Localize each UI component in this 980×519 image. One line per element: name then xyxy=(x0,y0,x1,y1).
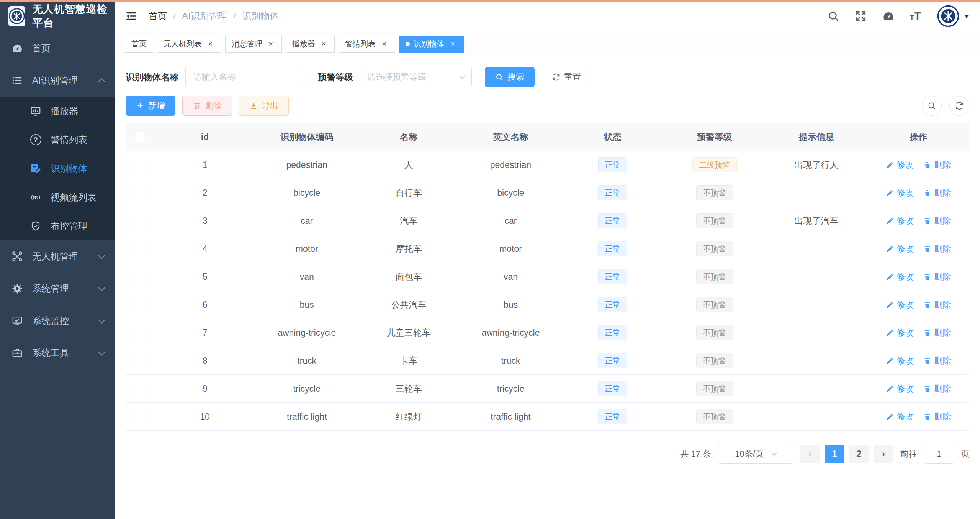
prev-page-button[interactable]: ‹ xyxy=(800,445,820,463)
column-header-code: 识别物体编码 xyxy=(256,131,358,143)
export-button[interactable]: 导出 xyxy=(239,96,289,116)
close-icon[interactable]: × xyxy=(266,39,275,49)
cell-name: 面包车 xyxy=(358,271,460,283)
sidebar-item-system-tools[interactable]: 系统工具 xyxy=(0,337,115,369)
edit-link[interactable]: 修改 xyxy=(886,271,913,282)
delete-link[interactable]: 删除 xyxy=(923,411,951,422)
question-icon: ? xyxy=(29,134,42,145)
sidebar-item-recognition-objects[interactable]: 识别物体 xyxy=(0,154,115,183)
edit-pencil-icon xyxy=(886,189,894,197)
tabs-bar: 首页 无人机列表 × 消息管理 × 播放器 × 警情列表 × 识别物体 × xyxy=(115,32,980,56)
row-checkbox[interactable] xyxy=(135,412,145,422)
delete-link[interactable]: 删除 xyxy=(923,243,951,255)
select-all-checkbox[interactable] xyxy=(135,132,145,142)
edit-link[interactable]: 修改 xyxy=(886,327,913,338)
row-checkbox[interactable] xyxy=(135,216,145,226)
column-header-id: id xyxy=(154,132,256,142)
row-checkbox[interactable] xyxy=(135,188,145,198)
edit-link[interactable]: 修改 xyxy=(886,355,913,366)
close-icon[interactable]: × xyxy=(319,39,328,49)
row-checkbox[interactable] xyxy=(135,272,145,282)
edit-link[interactable]: 修改 xyxy=(886,187,913,199)
cell-id: 4 xyxy=(154,244,256,254)
edit-link[interactable]: 修改 xyxy=(886,299,913,310)
tab-player[interactable]: 播放器 × xyxy=(286,36,335,53)
delete-link-label: 删除 xyxy=(934,159,951,171)
table-row: 2 bicycle 自行车 bicycle 正常 不预警 修改 删除 xyxy=(126,179,969,207)
status-badge: 正常 xyxy=(598,325,627,340)
goto-page-input[interactable] xyxy=(924,444,954,464)
search-icon[interactable] xyxy=(827,10,839,22)
row-checkbox[interactable] xyxy=(135,384,145,394)
sidebar-item-ai-management[interactable]: AI识别管理 xyxy=(0,64,115,97)
search-button[interactable]: 搜索 xyxy=(485,67,535,87)
breadcrumb-home[interactable]: 首页 xyxy=(149,10,167,22)
level-filter-label: 预警等级 xyxy=(318,71,353,83)
edit-link[interactable]: 修改 xyxy=(886,411,913,422)
delete-link[interactable]: 删除 xyxy=(923,271,951,282)
name-filter-input[interactable] xyxy=(185,67,301,87)
page-button-1[interactable]: 1 xyxy=(825,445,844,463)
row-checkbox[interactable] xyxy=(135,300,145,310)
sidebar-item-player[interactable]: 播放器 xyxy=(0,97,115,125)
tab-recognition-objects[interactable]: 识别物体 × xyxy=(399,36,464,53)
delete-link[interactable]: 删除 xyxy=(923,299,951,310)
close-icon[interactable]: × xyxy=(380,39,389,49)
page-size-select[interactable]: 10条/页 xyxy=(718,444,793,464)
edit-link[interactable]: 修改 xyxy=(886,159,913,171)
user-menu[interactable]: ▾ xyxy=(936,4,969,28)
delete-link[interactable]: 删除 xyxy=(923,327,951,338)
font-size-icon[interactable]: TT xyxy=(910,10,921,23)
sidebar-item-system-monitor[interactable]: 系统监控 xyxy=(0,305,115,337)
refresh-table-button[interactable] xyxy=(949,96,969,116)
sidebar-item-alarm-list[interactable]: ? 警情列表 xyxy=(0,125,115,154)
sidebar-item-video-streams[interactable]: 视频流列表 xyxy=(0,183,115,212)
tab-label: 无人机列表 xyxy=(164,39,202,49)
delete-button[interactable]: 删除 xyxy=(182,96,232,116)
cell-en-name: pedestrian xyxy=(460,160,561,170)
tab-alarm-list[interactable]: 警情列表 × xyxy=(339,36,395,53)
filter-bar: 识别物体名称 预警等级 请选择预警等级 搜索 重置 xyxy=(126,67,969,87)
fullscreen-icon[interactable] xyxy=(855,10,867,22)
next-page-button[interactable]: › xyxy=(874,445,893,463)
cell-tip: 出现了汽车 xyxy=(766,215,867,227)
edit-link[interactable]: 修改 xyxy=(886,215,913,227)
sidebar-item-surveillance[interactable]: 布控管理 xyxy=(0,212,115,240)
cell-id: 9 xyxy=(154,384,256,394)
delete-link[interactable]: 删除 xyxy=(923,159,951,171)
sidebar-collapse-button[interactable] xyxy=(125,10,138,23)
tab-drone-list[interactable]: 无人机列表 × xyxy=(157,36,221,53)
avatar[interactable] xyxy=(936,4,960,28)
delete-link[interactable]: 删除 xyxy=(923,355,951,366)
delete-link[interactable]: 删除 xyxy=(923,215,951,227)
row-checkbox[interactable] xyxy=(135,356,145,366)
row-checkbox[interactable] xyxy=(135,244,145,254)
close-icon[interactable]: × xyxy=(448,39,457,49)
row-checkbox[interactable] xyxy=(135,160,145,170)
status-badge: 正常 xyxy=(598,269,627,284)
close-icon[interactable]: × xyxy=(206,39,215,49)
top-navbar: 首页 / AI识别管理 / 识别物体 TT xyxy=(115,0,980,32)
tab-home[interactable]: 首页 xyxy=(125,36,153,53)
sidebar-item-home[interactable]: 首页 xyxy=(0,32,115,64)
show-search-toggle-button[interactable] xyxy=(922,96,942,116)
level-filter-select[interactable]: 请选择预警等级 xyxy=(360,67,472,87)
page-size-value: 10条/页 xyxy=(735,448,764,460)
sidebar-item-system-management[interactable]: 系统管理 xyxy=(0,273,115,305)
cell-id: 1 xyxy=(154,160,256,170)
sidebar-item-drone-management[interactable]: 无人机管理 xyxy=(0,240,115,273)
edit-link-label: 修改 xyxy=(897,327,913,338)
tab-message-management[interactable]: 消息管理 × xyxy=(225,36,282,53)
delete-link[interactable]: 删除 xyxy=(923,187,951,199)
gauge-icon[interactable] xyxy=(882,10,895,22)
refresh-icon xyxy=(552,73,560,81)
edit-link[interactable]: 修改 xyxy=(886,383,913,394)
reset-button[interactable]: 重置 xyxy=(542,67,591,87)
add-button[interactable]: 新增 xyxy=(126,96,175,116)
row-checkbox[interactable] xyxy=(135,328,145,338)
edit-link[interactable]: 修改 xyxy=(886,243,913,255)
breadcrumb-ai-management[interactable]: AI识别管理 xyxy=(182,10,227,22)
page-button-2[interactable]: 2 xyxy=(849,445,869,463)
delete-link[interactable]: 删除 xyxy=(923,383,951,394)
gear-icon xyxy=(11,283,24,294)
